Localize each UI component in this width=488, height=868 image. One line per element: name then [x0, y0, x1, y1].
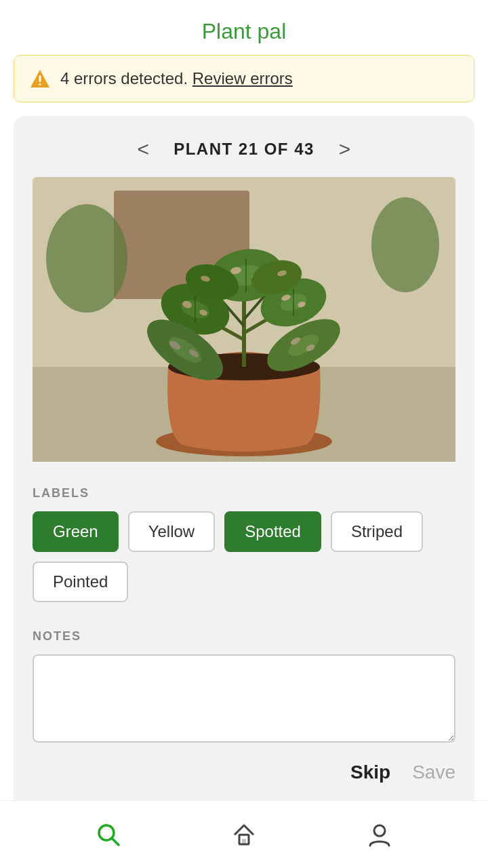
- label-chip-pointed[interactable]: Pointed: [33, 561, 128, 602]
- notes-textarea[interactable]: [33, 654, 455, 743]
- bottom-nav: [0, 800, 488, 868]
- main-card: < PLANT 21 OF 43 >: [14, 116, 474, 808]
- prev-plant-button[interactable]: <: [129, 135, 158, 163]
- svg-point-7: [46, 204, 127, 313]
- plant-image-container: [33, 177, 455, 465]
- error-banner: 4 errors detected. Review errors: [14, 55, 474, 102]
- review-errors-link[interactable]: Review errors: [192, 69, 293, 87]
- profile-icon: [366, 821, 393, 848]
- home-icon: [230, 821, 258, 848]
- search-nav-item[interactable]: [95, 821, 122, 848]
- home-nav-item[interactable]: [230, 821, 258, 848]
- plant-counter: PLANT 21 OF 43: [174, 140, 314, 159]
- plant-navigation: < PLANT 21 OF 43 >: [33, 135, 455, 163]
- label-chip-spotted[interactable]: Spotted: [224, 511, 321, 552]
- next-plant-button[interactable]: >: [331, 135, 359, 163]
- svg-point-47: [374, 825, 385, 836]
- app-title: Plant pal: [202, 19, 287, 43]
- error-message: 4 errors detected. Review errors: [60, 69, 293, 88]
- svg-line-44: [112, 838, 119, 845]
- svg-point-8: [371, 197, 439, 292]
- labels-section-title: LABELS: [33, 486, 455, 500]
- label-chip-striped[interactable]: Striped: [331, 511, 423, 552]
- labels-row: Green Yellow Spotted Striped Pointed: [33, 511, 455, 602]
- profile-nav-item[interactable]: [366, 821, 393, 848]
- app-header: Plant pal: [0, 0, 488, 55]
- label-chip-green[interactable]: Green: [33, 511, 119, 552]
- svg-rect-1: [39, 75, 41, 82]
- save-button[interactable]: Save: [412, 762, 455, 783]
- search-icon: [95, 821, 122, 848]
- action-row: Skip Save: [33, 762, 455, 783]
- notes-section-title: NOTES: [33, 629, 455, 644]
- label-chip-yellow[interactable]: Yellow: [128, 511, 216, 552]
- warning-icon: [29, 68, 51, 90]
- svg-rect-46: [242, 839, 246, 844]
- plant-image: [33, 177, 455, 462]
- skip-button[interactable]: Skip: [350, 762, 390, 783]
- svg-rect-2: [39, 83, 41, 85]
